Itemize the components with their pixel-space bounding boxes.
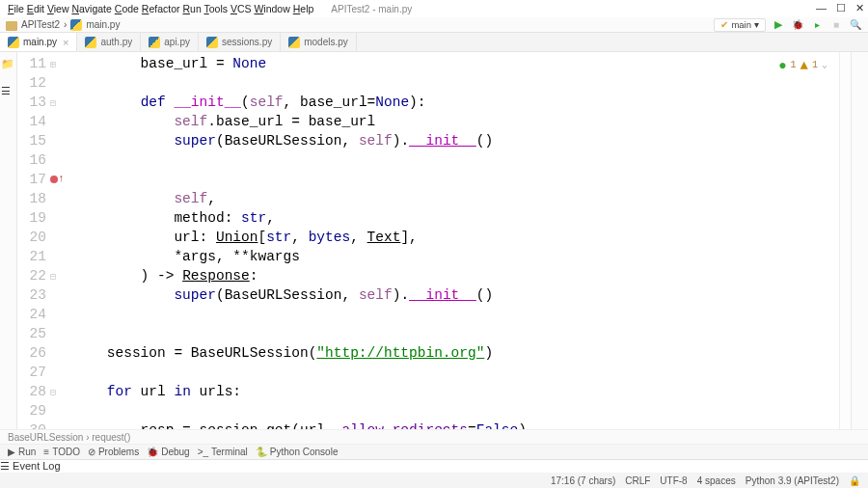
menu-navigate[interactable]: Navigate (71, 3, 111, 14)
line-number: 23 (17, 285, 46, 305)
code-line[interactable] (66, 150, 851, 170)
fold-toggle-icon[interactable]: ⊟ (50, 388, 56, 398)
crumb-file[interactable]: main.py (86, 19, 120, 30)
code-line[interactable]: self, (66, 189, 851, 208)
gutter-marker[interactable] (50, 189, 66, 208)
toolwin-todo[interactable]: ≡TODO (43, 447, 80, 457)
code-line[interactable] (66, 73, 851, 93)
code-line[interactable]: *args, **kwargs (66, 247, 851, 266)
gutter-marker[interactable] (50, 324, 66, 343)
code-line[interactable]: for url in urls: (66, 382, 851, 401)
tab-models-py[interactable]: models.py (281, 33, 357, 51)
branch-label: main (731, 19, 751, 30)
crumb-separator: › (64, 19, 67, 30)
gutter-marker[interactable] (50, 228, 66, 247)
fold-toggle-icon[interactable]: ⊞ (50, 60, 56, 70)
code-line[interactable] (66, 401, 851, 420)
code-line[interactable] (66, 363, 851, 382)
gutter-marker[interactable] (50, 73, 66, 93)
gutter-marker[interactable]: ⊟ (50, 266, 66, 285)
toolwin-debug[interactable]: 🐞Debug (147, 447, 189, 457)
python-interpreter[interactable]: Python 3.9 (APITest2) (746, 475, 839, 486)
breakpoint-icon[interactable] (50, 176, 58, 183)
fold-toggle-icon[interactable]: ⊟ (50, 272, 56, 283)
code-breadcrumb[interactable]: BaseURLSession › request() (0, 429, 868, 445)
toolwin-icon: 🐞 (147, 447, 158, 457)
code-line[interactable]: url: Union[str, bytes, Text], (66, 228, 851, 247)
code-line[interactable]: def request( (17, 170, 851, 189)
code-line[interactable]: ) -> Response: (66, 266, 851, 285)
menu-edit[interactable]: Edit (27, 3, 44, 14)
toolwin-problems[interactable]: ⊘Problems (88, 447, 139, 457)
gutter-marker[interactable] (50, 208, 66, 228)
code-editor[interactable]: 1112131415161718192021222324252627282930… (17, 52, 851, 429)
inspection-widget[interactable]: ● 1 ▲ 1 ⌄ (778, 56, 827, 75)
close-button[interactable]: ✕ (855, 2, 864, 14)
code-line[interactable]: base_url = None (66, 54, 851, 73)
menu-vcs[interactable]: VCS (231, 3, 252, 14)
git-branch-selector[interactable]: ✔ main ▾ (714, 18, 766, 32)
run-with-coverage-button[interactable]: ▸ (810, 18, 824, 32)
notifications-button[interactable] (854, 56, 867, 69)
maximize-button[interactable]: ☐ (836, 2, 846, 14)
tab-api-py[interactable]: api.py (141, 33, 199, 51)
lock-icon[interactable]: 🔒 (849, 475, 860, 486)
gutter-marker[interactable] (50, 343, 66, 363)
code-line[interactable] (66, 324, 851, 343)
structure-view-button[interactable]: ☰ (1, 85, 16, 100)
gutter-marker[interactable] (50, 247, 66, 266)
gutter-marker[interactable]: ↑ (50, 170, 66, 189)
event-log-button[interactable]: ☰ Event Log (0, 460, 868, 473)
line-separator[interactable]: CRLF (625, 475, 650, 486)
menu-help[interactable]: Help (293, 3, 314, 14)
line-number: 21 (17, 247, 46, 266)
code-line[interactable] (66, 305, 851, 324)
menu-refactor[interactable]: Refactor (142, 3, 180, 14)
stop-button[interactable]: ■ (829, 18, 843, 32)
toolwin-terminal[interactable]: >_Terminal (198, 447, 248, 457)
close-tab-icon[interactable]: × (63, 37, 68, 48)
tab-sessions-py[interactable]: sessions.py (199, 33, 281, 51)
gutter-marker[interactable] (50, 363, 66, 382)
code-line[interactable]: def __init__(self, base_url=None): (66, 93, 851, 112)
gutter-marker[interactable] (50, 150, 66, 170)
toolwin-run[interactable]: ▶Run (8, 447, 36, 457)
search-everywhere-button[interactable]: 🔍 (849, 18, 862, 32)
menu-code[interactable]: Code (115, 3, 139, 14)
menu-tools[interactable]: Tools (203, 3, 228, 14)
gutter-marker[interactable]: ⊟ (50, 93, 66, 112)
caret-position[interactable]: 17:16 (7 chars) (551, 475, 615, 486)
crumb-project[interactable]: APITest2 (21, 19, 60, 30)
gutter-marker[interactable] (50, 112, 66, 131)
editor-scrollbar[interactable] (839, 52, 851, 429)
code-line[interactable]: super(BaseURLSession, self).__init__() (66, 285, 851, 305)
gutter-marker[interactable] (50, 285, 66, 305)
debug-button[interactable]: 🐞 (791, 18, 804, 32)
gutter-marker[interactable]: ⊟ (50, 382, 66, 401)
fold-toggle-icon[interactable]: ⊟ (50, 98, 56, 109)
code-line[interactable]: method: str, (66, 208, 851, 228)
menu-window[interactable]: Window (254, 3, 289, 14)
file-encoding[interactable]: UTF-8 (660, 475, 687, 486)
code-area[interactable]: base_url = None def __init__(self, base_… (66, 52, 851, 429)
minimize-button[interactable]: — (816, 2, 827, 14)
marker-gutter[interactable]: ⊞⊟↑⊟⊟ (50, 52, 66, 429)
toolwin-python-console[interactable]: 🐍Python Console (256, 447, 339, 457)
menu-run[interactable]: Run (182, 3, 201, 14)
code-line[interactable]: session = BaseURLSession("http://httpbin… (66, 343, 851, 363)
run-button[interactable]: ▶ (772, 18, 785, 32)
gutter-marker[interactable] (50, 131, 66, 150)
project-view-button[interactable]: 📁 (1, 58, 16, 73)
indent-setting[interactable]: 4 spaces (697, 475, 736, 486)
gutter-marker[interactable] (50, 401, 66, 420)
code-line[interactable]: self.base_url = base_url (66, 112, 851, 131)
menu-view[interactable]: View (47, 3, 69, 14)
code-line[interactable]: resp = session.get(url, allow_redirects=… (66, 420, 851, 429)
menu-file[interactable]: File (8, 3, 24, 14)
gutter-marker[interactable] (50, 420, 66, 429)
tab-auth-py[interactable]: auth.py (77, 33, 141, 51)
gutter-marker[interactable]: ⊞ (50, 54, 66, 73)
gutter-marker[interactable] (50, 305, 66, 324)
tab-main-py[interactable]: main.py× (0, 33, 77, 51)
code-line[interactable]: super(BaseURLSession, self).__init__() (66, 131, 851, 150)
